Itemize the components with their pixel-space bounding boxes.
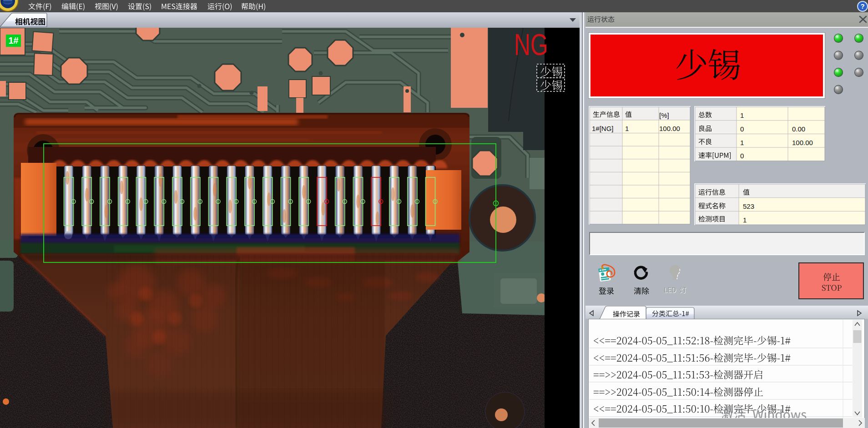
svg-text:NG: NG <box>514 27 548 61</box>
svg-text:?: ? <box>860 2 864 10</box>
